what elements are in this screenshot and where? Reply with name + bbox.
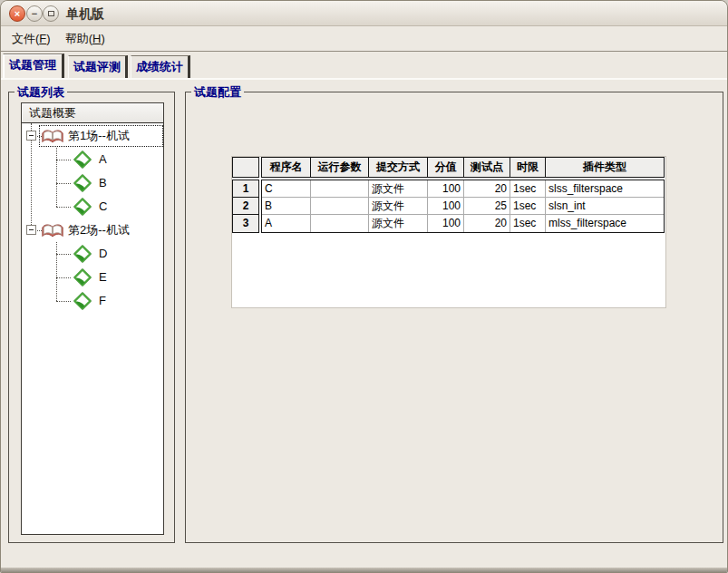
row-header[interactable]: 2 <box>233 198 258 215</box>
table-cell[interactable]: mlss_filterspace <box>546 215 664 232</box>
close-icon[interactable]: × <box>9 5 25 22</box>
table-cell[interactable]: 源文件 <box>369 215 428 232</box>
table-cell[interactable]: 25 <box>464 198 510 214</box>
column-header[interactable]: 时限 <box>510 158 546 177</box>
table-cell[interactable]: B <box>262 198 311 214</box>
column-header[interactable]: 分值 <box>428 158 464 177</box>
table-cell[interactable]: 1sec <box>510 180 546 197</box>
tree-leaf-row[interactable]: D <box>22 242 163 266</box>
table-cell[interactable]: 100 <box>428 180 464 197</box>
tree-header[interactable]: 试题概要 <box>22 103 163 123</box>
collapse-minus-icon[interactable] <box>26 225 36 235</box>
column-header[interactable]: 提交方式 <box>369 158 428 177</box>
table-cell[interactable]: C <box>262 180 311 197</box>
tree-leaf-label[interactable]: F <box>99 289 106 313</box>
table-cell[interactable]: 100 <box>428 215 464 232</box>
tree-connector <box>56 242 57 301</box>
maximize-icon[interactable] <box>43 5 59 22</box>
table-cell[interactable]: 20 <box>464 215 510 232</box>
table-cell[interactable]: 1sec <box>510 198 546 214</box>
tree-leaf-row[interactable]: B <box>22 171 163 195</box>
tab-2[interactable]: 试题评测 <box>68 55 128 78</box>
tree-body: 第1场--机试ABC第2场--机试DEF <box>22 123 163 534</box>
table-data-grid: C源文件100201secslss_filterspaceB源文件100251s… <box>261 180 665 233</box>
row-header[interactable]: 3 <box>233 215 258 232</box>
window-title: 单机版 <box>66 6 104 23</box>
question-tree[interactable]: 试题概要 第1场--机试ABC第2场--机试DEF <box>21 102 164 535</box>
table-row: A源文件100201secmlss_filterspace <box>262 215 664 232</box>
table-cell[interactable] <box>311 180 369 197</box>
menu-item-h[interactable]: 帮助(H) <box>58 27 112 51</box>
table-row: B源文件100251secslsn_int <box>262 198 664 215</box>
title-bar[interactable]: × − 单机版 <box>1 1 727 26</box>
table-cell[interactable]: 20 <box>464 180 510 197</box>
tree-focus-rect <box>39 125 163 147</box>
tree-group-row[interactable]: 第2场--机试 <box>22 219 163 242</box>
table-cell[interactable]: 100 <box>428 198 464 214</box>
tree-leaf-row[interactable]: C <box>22 195 163 219</box>
menu-item-f[interactable]: 文件(F) <box>5 27 58 51</box>
tab-page-exam-management: 试题列表 试题概要 第1场--机试ABC第2场--机试DEF 试题配置 程序名运… <box>1 80 727 568</box>
column-header[interactable]: 程序名 <box>262 158 311 177</box>
table-cell[interactable]: 1sec <box>510 215 546 232</box>
minimize-icon[interactable]: − <box>26 5 43 22</box>
tree-leaf-row[interactable]: A <box>22 148 163 171</box>
collapse-minus-icon[interactable] <box>26 131 36 141</box>
minus-glyph <box>29 229 34 230</box>
tree-connector <box>56 148 57 207</box>
column-header[interactable]: 插件类型 <box>546 158 664 177</box>
minus-glyph <box>29 135 34 136</box>
tab-3[interactable]: 成绩统计 <box>131 55 190 78</box>
tree-connector <box>56 207 71 208</box>
groupbox-question-list-label: 试题列表 <box>15 84 67 101</box>
tree-connector <box>56 254 71 255</box>
tree-leaf-label[interactable]: D <box>99 242 107 266</box>
tree-group-label[interactable]: 第2场--机试 <box>68 219 130 242</box>
tree-connector <box>56 160 71 160</box>
tree-connector <box>56 183 71 184</box>
table-cell[interactable] <box>311 215 369 232</box>
question-config-table[interactable]: 程序名运行参数提交方式分值测试点时限插件类型123C源文件100201secsl… <box>231 156 666 308</box>
table-cell[interactable] <box>311 198 369 214</box>
table-row: C源文件100201secslss_filterspace <box>262 180 664 198</box>
tree-leaf-row[interactable]: E <box>22 266 163 289</box>
menu-bar: 文件(F)帮助(H) <box>1 27 727 52</box>
tab-1[interactable]: 试题管理 <box>3 53 64 78</box>
green-gem-icon <box>73 291 92 319</box>
tree-leaf-label[interactable]: B <box>99 171 107 195</box>
application-window: × − 单机版 文件(F)帮助(H) 试题管理试题评测成绩统计 试题列表 试题概… <box>0 0 728 573</box>
tree-leaf-row[interactable]: F <box>22 289 163 313</box>
table-row-headers: 123 <box>232 180 259 233</box>
column-header[interactable]: 运行参数 <box>311 158 369 177</box>
tree-connector <box>56 301 71 302</box>
maximize-glyph <box>48 11 54 16</box>
table-cell[interactable]: slss_filterspace <box>546 180 664 197</box>
window-bottom-edge <box>1 568 727 572</box>
table-cell[interactable]: A <box>262 215 311 232</box>
table-header-row: 程序名运行参数提交方式分值测试点时限插件类型 <box>261 157 665 178</box>
table-corner-cell[interactable] <box>232 157 259 178</box>
tree-connector <box>56 277 71 278</box>
table-cell[interactable]: slsn_int <box>546 198 664 214</box>
tree-leaf-label[interactable]: A <box>99 148 107 171</box>
table-cell[interactable]: 源文件 <box>369 180 428 197</box>
tab-bar: 试题管理试题评测成绩统计 <box>1 53 727 78</box>
table-cell[interactable]: 源文件 <box>369 198 428 214</box>
row-header[interactable]: 1 <box>233 180 258 198</box>
groupbox-question-config-label: 试题配置 <box>191 84 244 101</box>
tree-leaf-label[interactable]: E <box>99 266 107 289</box>
groupbox-question-config: 试题配置 程序名运行参数提交方式分值测试点时限插件类型123C源文件100201… <box>185 92 723 543</box>
groupbox-question-list: 试题列表 试题概要 第1场--机试ABC第2场--机试DEF <box>8 92 175 543</box>
column-header[interactable]: 测试点 <box>464 158 510 177</box>
tree-leaf-label[interactable]: C <box>99 195 107 219</box>
